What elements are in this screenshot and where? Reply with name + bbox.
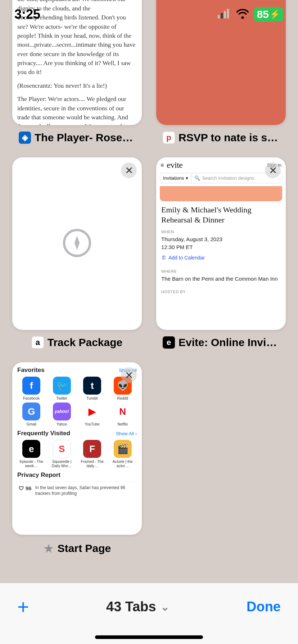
site-icon: ▶ — [83, 402, 101, 420]
tab-title: The Player- Rosencran… — [35, 132, 135, 144]
add-to-calendar-link[interactable]: 🗓 Add to Calendar — [156, 251, 286, 264]
favicon-icon: p — [163, 132, 175, 144]
site-label: Yahoo — [48, 422, 76, 426]
cellular-signal-icon — [218, 9, 231, 20]
favorite-site-item[interactable]: yahoo!Yahoo — [48, 402, 76, 426]
svg-rect-3 — [221, 13, 223, 18]
close-tab-button[interactable]: ✕ — [121, 162, 137, 178]
tab-title: Evite: Online Invitation… — [179, 336, 279, 349]
svg-rect-2 — [218, 15, 220, 19]
tracker-count: 🛡 96 — [19, 485, 32, 492]
site-label: Gmail — [17, 422, 46, 426]
site-icon: t — [83, 377, 101, 395]
frequently-visited-heading: Frequently Visited — [17, 430, 70, 437]
battery-indicator: 85⚡ — [254, 7, 284, 22]
compass-icon — [61, 227, 93, 261]
where-label: WHERE — [156, 264, 286, 275]
menu-icon: ≡ — [161, 162, 164, 169]
svg-rect-4 — [224, 11, 226, 18]
hosted-by-label: HOSTED BY — [156, 282, 286, 295]
new-tab-button[interactable]: + — [17, 595, 29, 618]
favorite-site-item[interactable]: 🐦Twitter — [48, 377, 76, 400]
calendar-icon: 🗓 — [161, 255, 166, 261]
favicon-icon: a — [32, 336, 44, 349]
privacy-report-text: In the last seven days, Safari has preve… — [35, 485, 135, 496]
done-button[interactable]: Done — [247, 599, 281, 615]
tab-card[interactable]: ✕ a Track Package — [12, 157, 142, 349]
site-label: Netflix — [109, 422, 137, 426]
status-bar: 3:25 85⚡ — [0, 0, 298, 29]
tabs-count-button[interactable]: 43 Tabs ⌄ — [106, 599, 170, 615]
site-label: Twitter — [48, 396, 76, 400]
frequent-site-item[interactable]: SSquaredle | Daily Wor… — [48, 440, 76, 468]
article-paragraph: (Rosencrantz: You never! It's a lie!) — [17, 81, 137, 90]
article-paragraph: The Player: We're actors.... We pledged … — [17, 95, 137, 125]
chevron-down-icon: ▾ — [186, 175, 188, 181]
site-icon: 🐦 — [53, 377, 71, 395]
site-icon: N — [114, 402, 132, 420]
status-time: 3:25 — [14, 7, 40, 22]
home-indicator — [95, 635, 203, 639]
invitations-dropdown[interactable]: Invitations▾ — [160, 173, 191, 183]
evite-logo: evite — [167, 160, 182, 170]
frequent-site-item[interactable]: 🎬Actorle | the actor… — [109, 440, 137, 468]
favorite-site-item[interactable]: ▶YouTube — [78, 402, 107, 426]
favorite-site-item[interactable]: NNetflix — [109, 402, 137, 426]
favorite-site-item[interactable]: fFacebook — [17, 377, 46, 400]
favicon-icon: e — [163, 336, 175, 349]
site-label: Framed - The daily… — [78, 459, 107, 468]
site-label: Actorle | the actor… — [109, 459, 137, 468]
close-tab-button[interactable]: ✕ — [121, 367, 137, 383]
site-icon: S — [53, 440, 71, 458]
tab-preview-track-package[interactable]: ✕ — [12, 157, 142, 330]
site-icon: f — [22, 377, 40, 395]
shield-icon: 🛡 — [19, 485, 24, 492]
site-label: YouTube — [78, 422, 107, 426]
event-time: 12:30 PM ET — [156, 243, 286, 251]
frequent-site-item[interactable]: FFramed - The daily… — [78, 440, 107, 468]
event-location: The Barn on the Pemi and the Common Man … — [156, 275, 286, 283]
show-all-link[interactable]: Show All › — [116, 431, 137, 436]
tab-preview-start-page[interactable]: ✕ Favorites Show All fFacebook🐦TwittertT… — [12, 362, 142, 535]
frequent-site-item[interactable]: eEpisode - The week… — [17, 440, 46, 468]
tab-title: Start Page — [58, 542, 111, 555]
site-label: Episode - The week… — [17, 459, 46, 468]
event-banner-image — [160, 186, 282, 201]
search-icon: 🔍 — [194, 175, 200, 181]
site-icon: yahoo! — [53, 402, 71, 420]
tab-preview-evite[interactable]: ✕ ≡ evite Sign in Invitations▾ 🔍 Search … — [156, 157, 286, 330]
event-title: Emily & Michael's Wedding Rehearsal & Di… — [156, 205, 286, 225]
star-icon: ★ — [43, 541, 54, 556]
tab-title: Track Package — [48, 336, 123, 349]
wifi-icon — [236, 9, 249, 20]
site-label: Squaredle | Daily Wor… — [48, 459, 76, 468]
tab-card[interactable]: ✕ Favorites Show All fFacebook🐦TwittertT… — [12, 362, 142, 556]
bottom-toolbar: + 43 Tabs ⌄ Done — [0, 583, 298, 644]
site-icon: e — [22, 440, 40, 458]
favorite-site-item[interactable]: GGmail — [17, 402, 46, 426]
site-label: Tumblr — [78, 396, 107, 400]
chevron-down-icon: ⌄ — [161, 601, 170, 613]
site-icon: G — [22, 402, 40, 420]
privacy-report-heading: Privacy Report — [17, 472, 60, 479]
site-icon: F — [83, 440, 101, 458]
site-icon: 🎬 — [114, 440, 132, 458]
tab-title: RSVP to nate is still aliv… — [179, 132, 279, 144]
svg-marker-1 — [74, 236, 80, 250]
favicon-icon: ◈ — [19, 132, 31, 144]
svg-rect-5 — [227, 9, 229, 19]
when-label: WHEN — [156, 225, 286, 235]
event-date: Thursday, August 3, 2023 — [156, 235, 286, 243]
tab-card[interactable]: ✕ ≡ evite Sign in Invitations▾ 🔍 Search … — [156, 157, 286, 349]
site-label: Facebook — [17, 396, 46, 400]
tabs-overview-grid: and every gesture, every pose, vanishing… — [0, 0, 298, 570]
favorite-site-item[interactable]: tTumblr — [78, 377, 107, 400]
close-tab-button[interactable]: ✕ — [265, 162, 281, 178]
site-label: Reddit — [109, 396, 137, 400]
favorites-heading: Favorites — [17, 367, 45, 374]
charging-icon: ⚡ — [270, 9, 280, 19]
